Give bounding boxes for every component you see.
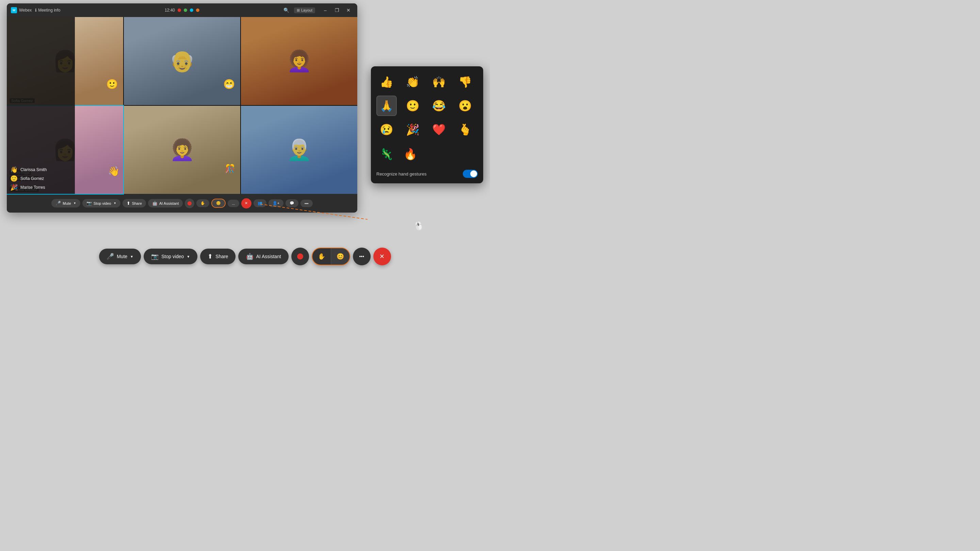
bt-mute-label: Mute bbox=[117, 254, 127, 259]
reaction-floating-5: 🎊 bbox=[225, 164, 235, 173]
person-bg-2: 👴 bbox=[124, 17, 240, 105]
bt-video-icon: 📷 bbox=[151, 253, 159, 260]
video-icon: 📷 bbox=[86, 201, 92, 206]
minimize-button[interactable]: – bbox=[321, 7, 330, 14]
title-bar-right: 🔍 ⊞ Layout – ❐ ✕ bbox=[282, 7, 353, 14]
close-button[interactable]: ✕ bbox=[344, 7, 353, 14]
bt-mute-button[interactable]: 🎤 Mute ▼ bbox=[99, 249, 141, 264]
ai-label: AI Assistant bbox=[159, 202, 179, 205]
share-icon: ⬆ bbox=[127, 201, 130, 206]
mute-label: Mute bbox=[63, 202, 71, 205]
reaction-name-clarissa: Clarissa Smith bbox=[21, 167, 47, 172]
stop-video-button[interactable]: 📷 Stop video ▼ bbox=[82, 199, 121, 208]
gesture-toggle[interactable] bbox=[463, 170, 478, 178]
reactions-button[interactable]: 😊 bbox=[211, 198, 226, 208]
bt-stop-video-label: Stop video bbox=[161, 254, 184, 259]
participants-button[interactable]: 👥 bbox=[253, 199, 266, 207]
reaction-emoji-marise: 🎉 bbox=[10, 184, 18, 191]
emoji-smile[interactable]: 🙂 bbox=[402, 95, 423, 116]
reaction-item-1: 👋 Clarissa Smith bbox=[10, 166, 72, 173]
share-button[interactable]: ⬆ Share bbox=[123, 199, 146, 208]
share-label: Share bbox=[132, 202, 142, 205]
restore-button[interactable]: ❐ bbox=[332, 7, 342, 14]
layout-button[interactable]: ⊞ Layout bbox=[294, 8, 315, 13]
participants-icon: 👥 bbox=[258, 201, 262, 205]
emoji-laugh[interactable]: 😂 bbox=[429, 95, 449, 116]
bt-video-caret: ▼ bbox=[186, 255, 190, 259]
search-icon[interactable]: 🔍 bbox=[282, 7, 291, 14]
emoji-clap[interactable]: 👏 bbox=[402, 72, 423, 92]
record-indicator bbox=[178, 8, 181, 12]
cursor: 🖱️ bbox=[412, 220, 425, 232]
status-orange bbox=[196, 8, 199, 12]
reaction-name-sofia2: Sofia Gomez bbox=[21, 176, 44, 181]
mute-button[interactable]: 🎤 Mute ▼ bbox=[51, 199, 80, 208]
bt-ai-button[interactable]: 🤖 AI Assistant bbox=[239, 249, 288, 264]
hand-button[interactable]: ✋ bbox=[196, 199, 209, 207]
emoji-snap[interactable]: 🫰 bbox=[455, 119, 476, 140]
emoji-fire[interactable]: 🔥 bbox=[400, 144, 421, 164]
toggle-knob bbox=[470, 170, 477, 177]
bt-share-button[interactable]: ⬆ Share bbox=[200, 249, 235, 264]
reaction-item-2: 🙂 Sofia Gomez bbox=[10, 175, 72, 182]
chat-button[interactable]: 💬 bbox=[285, 199, 298, 207]
video-cell-5: 👩‍🦱 🎊 bbox=[124, 106, 240, 194]
status-green bbox=[184, 8, 187, 12]
webex-icon: W bbox=[11, 7, 17, 13]
person-bg-5: 👩‍🦱 bbox=[124, 106, 240, 194]
add-participant-button[interactable]: 👤+ bbox=[269, 199, 283, 207]
bt-ai-icon: 🤖 bbox=[246, 253, 253, 260]
ai-assistant-button[interactable]: 🤖 AI Assistant bbox=[148, 199, 183, 208]
bt-more-button[interactable]: ••• bbox=[353, 248, 371, 265]
emoji-panel: 👍 👏 🙌 👎 🙏 🙂 😂 😮 😢 🎉 ❤️ 🫰 🦎 🔥 Recognize h… bbox=[371, 66, 483, 183]
emoji-pray[interactable]: 🙏 bbox=[376, 95, 397, 116]
app-window: W Webex ℹ Meeting info 12:40 🔍 ⊞ Layout … bbox=[7, 3, 357, 213]
emoji-grid: 👍 👏 🙌 👎 🙏 🙂 😂 😮 😢 🎉 ❤️ 🫰 bbox=[376, 72, 478, 140]
reaction-emoji-sofia2: 🙂 bbox=[10, 175, 18, 182]
more2-label: ••• bbox=[305, 202, 309, 205]
bt-mute-caret: ▼ bbox=[130, 255, 134, 259]
meeting-info-label: Meeting info bbox=[38, 8, 60, 13]
record-button[interactable] bbox=[185, 198, 194, 208]
video-cell-2: 👴 😁 bbox=[124, 17, 240, 105]
end-button[interactable]: ✕ bbox=[241, 198, 251, 208]
title-bar-center: 12:40 bbox=[165, 8, 199, 13]
more-label: ... bbox=[232, 202, 235, 205]
app-logo-area: W Webex bbox=[11, 7, 32, 13]
video-cell-3: 👩‍🦱 bbox=[241, 17, 357, 105]
emoji-surprised[interactable]: 😮 bbox=[455, 95, 476, 116]
end-icon: ✕ bbox=[245, 201, 248, 205]
emoji-heart[interactable]: ❤️ bbox=[429, 119, 449, 140]
chat-icon: 💬 bbox=[290, 201, 294, 205]
stop-video-label: Stop video bbox=[94, 202, 111, 205]
bt-end-button[interactable]: ✕ bbox=[373, 248, 391, 265]
reaction-item-3: 🎉 Marise Torres bbox=[10, 184, 72, 191]
person-bg-3: 👩‍🦱 bbox=[241, 17, 357, 105]
bt-share-label: Share bbox=[215, 254, 228, 259]
bt-share-icon: ⬆ bbox=[208, 253, 213, 260]
more2-button[interactable]: ••• bbox=[301, 200, 313, 207]
person-bg-6: 👨‍🦳 bbox=[241, 106, 357, 194]
emoji-raised-hands[interactable]: 🙌 bbox=[429, 72, 449, 92]
video-cell-6: 👨‍🦳 bbox=[241, 106, 357, 194]
emoji-party[interactable]: 🎉 bbox=[402, 119, 423, 140]
sidebar-reactions: 👋 Clarissa Smith 🙂 Sofia Gomez 🎉 Marise … bbox=[7, 17, 75, 194]
record-dot bbox=[188, 202, 192, 205]
emoji-thumbs-up[interactable]: 👍 bbox=[376, 72, 397, 92]
emoji-gecko[interactable]: 🦎 bbox=[376, 144, 397, 164]
bt-combined-button[interactable]: ✋ 😊 bbox=[312, 248, 350, 265]
emoji-sad[interactable]: 😢 bbox=[376, 119, 397, 140]
main-toolbar: 🎤 Mute ▼ 📷 Stop video ▼ ⬆ Share 🤖 AI Ass… bbox=[7, 194, 357, 213]
title-bar: W Webex ℹ Meeting info 12:40 🔍 ⊞ Layout … bbox=[7, 3, 357, 17]
bt-record-button[interactable] bbox=[291, 248, 309, 265]
gesture-label: Recognize hand gestures bbox=[376, 171, 426, 176]
bt-stop-video-button[interactable]: 📷 Stop video ▼ bbox=[143, 249, 197, 264]
bt-hand-side[interactable]: ✋ bbox=[312, 248, 331, 265]
add-icon: 👤+ bbox=[272, 201, 279, 205]
bt-emoji-side[interactable]: 😊 bbox=[331, 248, 350, 265]
gesture-toggle-row: Recognize hand gestures bbox=[376, 170, 478, 178]
more-button[interactable]: ... bbox=[228, 200, 239, 207]
emoji-thumbs-down[interactable]: 👎 bbox=[455, 72, 476, 92]
meeting-info-button[interactable]: ℹ Meeting info bbox=[35, 8, 60, 13]
status-blue bbox=[190, 8, 193, 12]
